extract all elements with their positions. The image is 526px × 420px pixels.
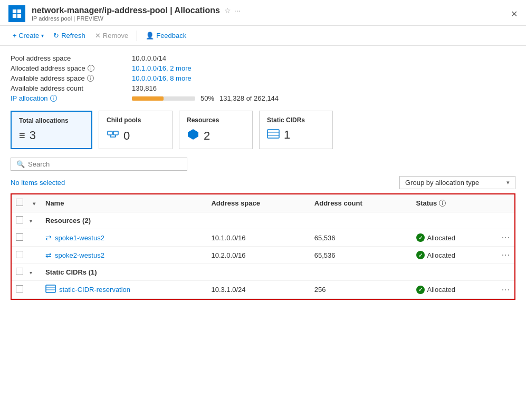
pool-address-label: Pool address space xyxy=(11,54,132,62)
table-row: ⇄ spoke1-westus2 10.1.0.0/16 65,536 ✓ Al… xyxy=(12,229,514,247)
search-icon: 🔍 xyxy=(16,160,25,168)
row2-checkbox[interactable] xyxy=(16,251,23,258)
available-space-value[interactable]: 10.0.0.0/16, 8 more xyxy=(132,74,192,82)
row2-address-count: 65,536 xyxy=(309,247,411,264)
static-cidrs-icon xyxy=(267,129,280,142)
col-address-space[interactable]: Address space xyxy=(206,194,309,212)
ip-allocation-label: IP allocation i xyxy=(11,94,132,102)
group-expand-icon[interactable]: ▾ xyxy=(30,218,32,224)
row1-address-count: 65,536 xyxy=(309,229,411,247)
no-items-label: No items selected xyxy=(11,179,65,187)
row1-address-space: 10.1.0.0/16 xyxy=(206,229,309,247)
svg-rect-3 xyxy=(17,14,21,18)
create-button[interactable]: + Create ▾ xyxy=(8,29,48,42)
remove-label: Remove xyxy=(103,32,128,40)
row1-more-button[interactable]: ··· xyxy=(502,233,510,242)
header-expand-icon[interactable]: ▾ xyxy=(33,201,35,207)
header-checkbox[interactable] xyxy=(16,199,23,206)
row1-name-link[interactable]: spoke1-westus2 xyxy=(55,234,104,242)
window-controls: ✕ xyxy=(511,9,518,19)
pool-address-value: 10.0.0.0/14 xyxy=(132,54,166,62)
row2-name-cell: ⇄ spoke2-westus2 xyxy=(40,247,206,264)
feedback-icon: 👤 xyxy=(146,32,154,40)
card-resources[interactable]: Resources 2 xyxy=(179,111,253,149)
toolbar: + Create ▾ ↻ Refresh ✕ Remove 👤 Feedback xyxy=(0,26,526,46)
col-status[interactable]: Status i xyxy=(411,194,498,212)
svg-rect-2 xyxy=(13,14,16,18)
row2-status-dot: ✓ xyxy=(416,251,425,259)
row2-address-space: 10.2.0.0/16 xyxy=(206,247,309,264)
row1-checkbox[interactable] xyxy=(16,233,23,241)
group-row-checkbox[interactable] xyxy=(16,216,23,223)
row1-expand-cell xyxy=(27,229,40,247)
group-checkbox-cell xyxy=(12,212,27,229)
group-by-chevron-icon: ▾ xyxy=(506,179,510,186)
search-input-wrap: 🔍 xyxy=(11,158,187,171)
col-expand: ▾ xyxy=(27,194,40,212)
row2-expand-cell xyxy=(27,247,40,264)
table-row: static-CIDR-reservation 10.3.1.0/24 256 … xyxy=(12,281,514,299)
allocated-label: Allocated address space i xyxy=(11,64,132,72)
row2-more-button[interactable]: ··· xyxy=(502,250,510,259)
row3-checkbox[interactable] xyxy=(16,285,23,292)
remove-icon: ✕ xyxy=(95,32,101,40)
row3-address-space: 10.3.1.0/24 xyxy=(206,281,309,299)
remove-button[interactable]: ✕ Remove xyxy=(91,29,132,42)
group-name-static-cidrs: Static CIDRs (1) xyxy=(40,264,514,281)
card-total-allocations[interactable]: Total allocations ≡ 3 xyxy=(11,111,92,149)
card-child-content: 0 xyxy=(107,128,165,143)
close-button[interactable]: ✕ xyxy=(511,9,518,18)
info-row-pool-address: Pool address space 10.0.0.0/14 xyxy=(11,53,515,63)
row3-name-link[interactable]: static-CIDR-reservation xyxy=(59,286,130,294)
table-wrapper: ▾ Name Address space Address count Statu… xyxy=(11,193,515,300)
title-bar: network-manager/ip-address-pool | Alloca… xyxy=(0,0,526,26)
create-label: + Create xyxy=(13,32,39,40)
resources-value: 2 xyxy=(204,129,210,143)
col-name[interactable]: Name xyxy=(40,194,206,212)
group2-checkbox-cell xyxy=(12,264,27,281)
allocated-info-icon[interactable]: i xyxy=(88,65,94,72)
row2-resource-icon: ⇄ xyxy=(45,251,52,259)
cards-row: Total allocations ≡ 3 Child pools xyxy=(11,111,515,149)
row2-checkbox-cell xyxy=(12,247,27,264)
main-content: Pool address space 10.0.0.0/14 Allocated… xyxy=(0,46,526,408)
svg-rect-5 xyxy=(113,131,118,135)
available-space-info-icon[interactable]: i xyxy=(87,75,94,82)
card-child-pools[interactable]: Child pools 0 xyxy=(99,111,173,149)
row3-status-dot: ✓ xyxy=(416,286,425,294)
group-row-static-cidrs: ▾ Static CIDRs (1) xyxy=(12,264,514,281)
feedback-button[interactable]: 👤 Feedback xyxy=(141,29,190,42)
group2-row-checkbox[interactable] xyxy=(16,268,23,275)
refresh-icon: ↻ xyxy=(53,32,59,40)
group2-expand-cell: ▾ xyxy=(27,264,40,281)
row2-status: ✓ Allocated xyxy=(411,247,498,264)
allocation-bar-container: 50% 131,328 of 262,144 xyxy=(132,94,279,102)
row1-more-cell: ··· xyxy=(498,229,514,247)
group-by-select[interactable]: Group by allocation type ▾ xyxy=(399,176,515,189)
table-row: ⇄ spoke2-westus2 10.2.0.0/16 65,536 ✓ Al… xyxy=(12,247,514,264)
dots-menu-icon[interactable]: ··· xyxy=(234,6,241,15)
row3-status-label: Allocated xyxy=(427,286,455,294)
card-static-cidrs[interactable]: Static CIDRs 1 xyxy=(259,111,333,149)
refresh-button[interactable]: ↻ Refresh xyxy=(49,29,90,42)
star-icon[interactable]: ☆ xyxy=(224,6,231,15)
card-resources-content: 2 xyxy=(187,128,245,143)
ip-allocation-info-icon[interactable]: i xyxy=(50,95,57,102)
static-cidrs-value: 1 xyxy=(284,128,290,142)
allocated-value[interactable]: 10.1.0.0/16, 2 more xyxy=(132,64,192,72)
search-input[interactable] xyxy=(28,160,181,168)
row3-cidr-icon xyxy=(45,285,56,295)
info-row-available-space: Available address space i 10.0.0.0/16, 8… xyxy=(11,73,515,83)
row1-resource-icon: ⇄ xyxy=(45,233,52,242)
svg-rect-1 xyxy=(17,9,21,13)
row3-more-button[interactable]: ··· xyxy=(502,285,510,294)
col-address-count[interactable]: Address count xyxy=(309,194,411,212)
info-section: Pool address space 10.0.0.0/14 Allocated… xyxy=(11,53,515,103)
status-info-icon[interactable]: i xyxy=(439,200,446,207)
group2-expand-icon[interactable]: ▾ xyxy=(30,270,32,276)
allocation-progress-fill xyxy=(132,96,164,101)
row2-name-link[interactable]: spoke2-westus2 xyxy=(55,251,104,259)
page-title: network-manager/ip-address-pool | Alloca… xyxy=(32,6,220,15)
svg-rect-10 xyxy=(267,130,279,138)
title-text-block: network-manager/ip-address-pool | Alloca… xyxy=(32,6,241,22)
